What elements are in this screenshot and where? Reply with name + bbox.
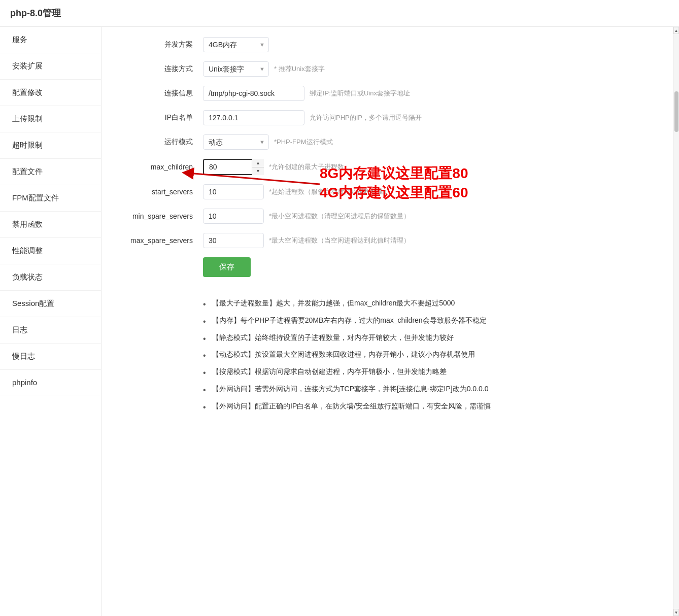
sidebar-item-load-status[interactable]: 负载状态 [0,264,101,291]
note-item: 【静态模式】始终维持设置的子进程数量，对内存开销较大，但并发能力较好 [203,332,653,344]
run-mode-select[interactable]: 动态 静态 按需模式 [203,134,269,150]
sidebar: 服务 安装扩展 配置修改 上传限制 超时限制 配置文件 FPM配置文件 禁用函数… [0,27,101,616]
concurrency-plan-row: 并发方案 4GB内存 8GB内存 16GB内存 ▼ [122,37,653,52]
connection-type-hint: * 推荐Unix套接字 [274,64,325,74]
max-spare-servers-label: max_spare_servers [122,236,203,245]
notes-list: 【最大子进程数量】越大，并发能力越强，但max_children最大不要超过50… [203,297,653,413]
min-spare-servers-label: min_spare_servers [122,212,203,220]
sidebar-item-upload-limit[interactable]: 上传限制 [0,106,101,132]
scrollbar-down-button[interactable]: ▼ [673,609,679,616]
connection-type-select-wrapper: Unix套接字 TCP套接字 ▼ [203,61,269,77]
sidebar-item-install-ext[interactable]: 安装扩展 [0,53,101,80]
note-item: 【最大子进程数量】越大，并发能力越强，但max_children最大不要超过50… [203,297,653,310]
max-children-increment-button[interactable]: ▲ [252,159,264,167]
concurrency-plan-label: 并发方案 [122,40,203,49]
concurrency-plan-select-wrapper: 4GB内存 8GB内存 16GB内存 ▼ [203,37,269,52]
content-area: 并发方案 4GB内存 8GB内存 16GB内存 ▼ 连接方式 Unix套接字 [101,27,673,616]
run-mode-select-wrapper: 动态 静态 按需模式 ▼ [203,134,269,150]
connection-info-row: 连接信息 绑定IP:监听端口或Uinx套接字地址 [122,86,653,101]
max-children-label: max_children [122,163,203,171]
min-spare-servers-row: min_spare_servers *最小空闲进程数（清理空闲进程后的保留数量） [122,209,653,224]
start-servers-hint: *起始进程数（服务启动后初始进程数量） [269,187,390,196]
min-spare-servers-input[interactable] [203,209,264,224]
max-spare-servers-input[interactable] [203,233,264,248]
note-item: 【按需模式】根据访问需求自动创建进程，内存开销极小，但并发能力略差 [203,366,653,378]
scrollbar-thumb[interactable] [674,91,678,132]
connection-info-hint: 绑定IP:监听端口或Uinx套接字地址 [310,89,410,98]
max-spare-servers-row: max_spare_servers *最大空闲进程数（当空闲进程达到此值时清理） [122,233,653,248]
sidebar-item-fpm-config[interactable]: FPM配置文件 [0,185,101,212]
save-button[interactable]: 保存 [203,257,251,277]
sidebar-item-config-file[interactable]: 配置文件 [0,159,101,185]
sidebar-item-service[interactable]: 服务 [0,27,101,53]
scrollbar-up-button[interactable]: ▲ [673,27,679,34]
ip-whitelist-label: IP白名单 [122,113,203,122]
sidebar-item-timeout-limit[interactable]: 超时限制 [0,132,101,159]
sidebar-item-performance[interactable]: 性能调整 [0,238,101,264]
run-mode-hint: *PHP-FPM运行模式 [274,138,333,147]
max-children-spinbox-buttons: ▲ ▼ [252,159,264,175]
sidebar-item-phpinfo[interactable]: phpinfo [0,370,101,395]
sidebar-item-slow-log[interactable]: 慢日志 [0,344,101,370]
max-children-row: max_children ▲ ▼ *允许创建的最大子进程数 [122,159,653,175]
ip-whitelist-row: IP白名单 允许访问PHP的IP，多个请用逗号隔开 [122,110,653,125]
page-title: php-8.0管理 [0,0,679,27]
sidebar-item-session[interactable]: Session配置 [0,291,101,317]
sidebar-item-config-modify[interactable]: 配置修改 [0,80,101,106]
connection-info-input[interactable] [203,86,304,101]
max-children-decrement-button[interactable]: ▼ [252,167,264,176]
connection-type-label: 连接方式 [122,64,203,74]
min-spare-servers-hint: *最小空闲进程数（清理空闲进程后的保留数量） [269,212,410,221]
start-servers-row: start_servers *起始进程数（服务启动后初始进程数量） [122,184,653,199]
note-item: 【动态模式】按设置最大空闲进程数来回收进程，内存开销小，建议小内存机器使用 [203,349,653,361]
start-servers-label: start_servers [122,188,203,196]
scrollbar-track[interactable] [673,34,679,609]
sidebar-item-log[interactable]: 日志 [0,317,101,344]
connection-type-row: 连接方式 Unix套接字 TCP套接字 ▼ * 推荐Unix套接字 [122,61,653,77]
note-item: 【内存】每个PHP子进程需要20MB左右内存，过大的max_children会导… [203,315,653,327]
note-item: 【外网访问】配置正确的IP白名单，在防火墙/安全组放行监听端口，有安全风险，需谨… [203,400,653,413]
sidebar-item-banned-funcs[interactable]: 禁用函数 [0,212,101,238]
connection-info-label: 连接信息 [122,89,203,98]
ip-whitelist-input[interactable] [203,110,304,125]
connection-type-select[interactable]: Unix套接字 TCP套接字 [203,61,269,77]
scrollbar: ▲ ▼ [673,27,679,616]
max-children-spinbox: ▲ ▼ [203,159,264,175]
concurrency-plan-select[interactable]: 4GB内存 8GB内存 16GB内存 [203,37,269,52]
max-spare-servers-hint: *最大空闲进程数（当空闲进程达到此值时清理） [269,236,410,245]
run-mode-label: 运行模式 [122,138,203,147]
start-servers-input[interactable] [203,184,264,199]
run-mode-row: 运行模式 动态 静态 按需模式 ▼ *PHP-FPM运行模式 [122,134,653,150]
max-children-hint: *允许创建的最大子进程数 [269,162,344,172]
ip-whitelist-hint: 允许访问PHP的IP，多个请用逗号隔开 [310,113,422,122]
note-item: 【外网访问】若需外网访问，连接方式为TCP套接字，并将[连接信息-绑定IP]改为… [203,383,653,395]
